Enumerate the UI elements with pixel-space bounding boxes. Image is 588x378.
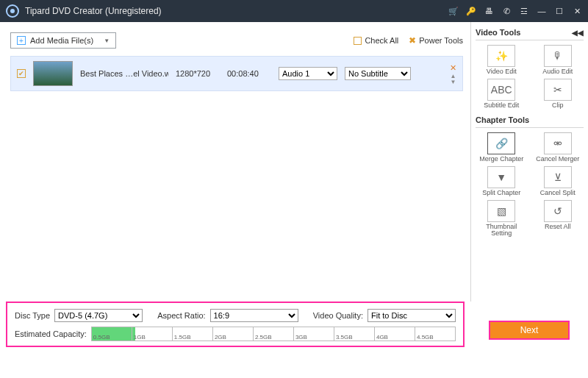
thumbnail-setting-icon: ▧ [487,200,515,222]
capacity-tick: 4GB [374,327,415,340]
tools-icon: ✖ [409,35,416,46]
video-thumbnail[interactable] [33,61,73,86]
audio-edit-icon: 🎙 [544,45,572,67]
move-up-icon[interactable]: ▲ [451,74,456,79]
collapse-icon[interactable]: ◀◀ [572,29,584,37]
tool-label: Clip [552,102,564,110]
key-icon[interactable]: 🔑 [466,6,476,16]
disc-type-select[interactable]: DVD-5 (4.7G) [54,309,143,322]
reset-all-icon: ↺ [544,200,572,222]
chapter-tools-grid: 🔗Merge Chapter⚮Cancel Merger▼Split Chapt… [476,132,584,238]
video-quality-select[interactable]: Fit to Disc [368,309,456,322]
capacity-tick: 3GB [293,327,334,340]
tool-cancel-split[interactable]: ⊻Cancel Split [532,166,584,197]
cancel-split-icon: ⊻ [544,166,572,188]
check-all-toggle[interactable]: Check All [354,36,398,45]
cancel-merger-icon: ⚮ [544,132,572,154]
right-panel: Video Tools ◀◀ ✨Video Edit🎙Audio EditABC… [470,22,588,302]
capacity-tick: 3.5GB [334,327,374,340]
left-panel: + Add Media File(s) ▼ Check All ✖ Power … [0,22,470,302]
add-media-label: Add Media File(s) [30,36,93,45]
tool-label: Split Chapter [482,190,520,197]
capacity-tick: 0.5GB [92,327,132,340]
checkbox-icon [354,37,362,45]
capacity-bar: 0.5GB1GB1.5GB2GB2.5GB3GB3.5GB4GB4.5GB [91,327,456,341]
maximize-icon[interactable]: ☐ [554,6,564,16]
tool-reset-all[interactable]: ↺Reset All [532,200,584,238]
aspect-ratio-select[interactable]: 16:9 [210,309,298,322]
plus-icon: + [17,36,26,45]
tool-cancel-merger[interactable]: ⚮Cancel Merger [532,132,584,163]
chapter-tools-header: Chapter Tools [476,115,584,128]
phone-icon[interactable]: ✆ [501,6,512,16]
titlebar-actions: 🛒 🔑 🖶 ✆ ☲ — ☐ ✕ [448,6,582,16]
row-actions: ✕ ▲ ▼ [450,63,456,85]
tool-subtitle-edit[interactable]: ABCSubtitle Edit [476,79,528,110]
subtitle-edit-icon: ABC [487,79,515,101]
tool-label: Thumbnail Setting [476,224,528,238]
tool-label: Reset All [545,224,571,231]
tool-merge-chapter[interactable]: 🔗Merge Chapter [476,132,528,163]
footer: Disc Type DVD-5 (4.7G) Aspect Ratio: 16:… [0,302,588,347]
audio-select[interactable]: Audio 1 [279,67,337,80]
tool-label: Video Edit [487,68,517,76]
next-button[interactable]: Next [489,321,570,340]
app-title: Tipard DVD Creator (Unregistered) [25,6,448,16]
capacity-tick: 1GB [132,327,172,340]
media-row[interactable]: ✔ Best Places …el Video.wmv 1280*720 00:… [10,56,463,91]
capacity-tick: 2GB [212,327,253,340]
subtitle-select[interactable]: No Subtitle [345,67,411,80]
tool-video-edit[interactable]: ✨Video Edit [476,45,528,76]
tool-thumbnail-setting[interactable]: ▧Thumbnail Setting [476,200,528,238]
clip-icon: ✂ [544,79,572,101]
video-quality-label: Video Quality: [313,311,363,320]
close-icon[interactable]: ✕ [572,6,582,16]
print-icon[interactable]: 🖶 [484,6,494,16]
resolution-label: 1280*720 [176,69,220,78]
disc-type-label: Disc Type [15,311,50,320]
move-down-icon[interactable]: ▼ [451,80,456,85]
left-toolbar: + Add Media File(s) ▼ Check All ✖ Power … [10,32,463,49]
power-tools-button[interactable]: ✖ Power Tools [409,35,463,46]
capacity-tick: 2.5GB [253,327,293,340]
settings-row: Disc Type DVD-5 (4.7G) Aspect Ratio: 16:… [15,309,456,322]
next-column: Next [470,302,588,347]
minimize-icon[interactable]: — [537,6,547,16]
capacity-ticks: 0.5GB1GB1.5GB2GB2.5GB3GB3.5GB4GB4.5GB [92,327,455,340]
tool-label: Subtitle Edit [484,102,519,110]
menu-icon[interactable]: ☲ [519,6,529,16]
power-tools-label: Power Tools [419,36,463,45]
cart-icon[interactable]: 🛒 [448,6,459,16]
check-all-label: Check All [365,36,398,45]
tool-split-chapter[interactable]: ▼Split Chapter [476,166,528,197]
video-tools-grid: ✨Video Edit🎙Audio EditABCSubtitle Edit✂C… [476,45,584,110]
add-media-button[interactable]: + Add Media File(s) ▼ [10,32,116,49]
filename-label: Best Places …el Video.wmv [80,69,168,78]
main-area: + Add Media File(s) ▼ Check All ✖ Power … [0,22,588,302]
chevron-down-icon: ▼ [104,38,110,44]
tool-label: Audio Edit [542,68,573,76]
split-chapter-icon: ▼ [487,166,515,188]
merge-chapter-icon: 🔗 [487,132,515,154]
output-settings: Disc Type DVD-5 (4.7G) Aspect Ratio: 16:… [6,302,465,347]
tool-label: Merge Chapter [479,156,523,163]
remove-row-icon[interactable]: ✕ [450,63,456,73]
capacity-row: Estimated Capacity: 0.5GB1GB1.5GB2GB2.5G… [15,327,456,341]
video-tools-header: Video Tools ◀◀ [476,28,584,40]
tool-audio-edit[interactable]: 🎙Audio Edit [532,45,584,76]
duration-label: 00:08:40 [227,69,271,78]
row-checkbox[interactable]: ✔ [17,69,26,78]
capacity-label: Estimated Capacity: [15,329,87,338]
tool-label: Cancel Split [540,190,576,197]
tool-label: Cancel Merger [536,156,579,163]
aspect-ratio-label: Aspect Ratio: [157,311,205,320]
capacity-tick: 4.5GB [415,327,455,340]
capacity-tick: 1.5GB [172,327,212,340]
tool-clip[interactable]: ✂Clip [532,79,584,110]
video-edit-icon: ✨ [487,45,515,67]
app-logo-icon [6,4,19,18]
titlebar: Tipard DVD Creator (Unregistered) 🛒 🔑 🖶 … [0,0,588,22]
